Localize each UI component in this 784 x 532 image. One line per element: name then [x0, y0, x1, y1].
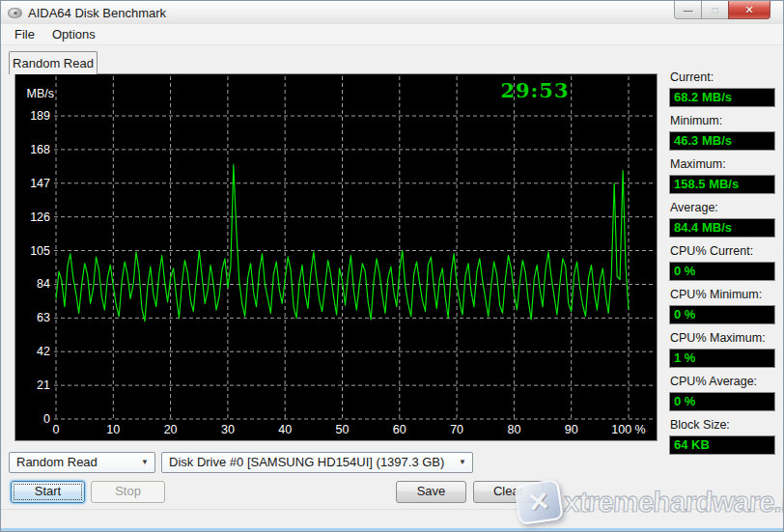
window-bottom-edge — [1, 528, 783, 531]
close-button[interactable]: ✕ — [728, 1, 770, 19]
stat-minimum-value: 46.3 MB/s — [669, 131, 775, 151]
status-bar — [1, 509, 783, 530]
stat-block-size-value: 64 KB — [669, 435, 775, 455]
stat-average-value: 84.4 MB/s — [669, 218, 775, 238]
disk-drive-select[interactable]: Disk Drive #0 [SAMSUNG HD154UI] (1397.3 … — [161, 452, 473, 473]
stat-cpu-maximum-label: CPU% Maximum: — [670, 331, 779, 346]
svg-text:189: 189 — [30, 109, 50, 123]
stat-current-value: 68.2 MB/s — [669, 88, 775, 107]
stat-cpu-minimum: CPU% Minimum: 0 % — [669, 288, 779, 324]
svg-text:0: 0 — [43, 412, 50, 426]
stat-block-size-label: Block Size: — [670, 418, 779, 433]
svg-text:80: 80 — [507, 423, 520, 436]
stat-minimum: Minimum: 46.3 MB/s — [669, 114, 779, 151]
minimize-button[interactable]: — — [674, 1, 702, 19]
stat-cpu-average-value: 0 % — [669, 392, 775, 411]
stat-cpu-minimum-value: 0 % — [669, 305, 775, 324]
menu-options[interactable]: Options — [43, 25, 104, 43]
benchmark-chart: 021426384105126147168189MB/s010203040506… — [15, 74, 657, 440]
disk-app-icon — [8, 8, 22, 18]
disk-drive-value: Disk Drive #0 [SAMSUNG HD154UI] (1397.3 … — [169, 455, 444, 469]
svg-text:70: 70 — [450, 423, 463, 436]
app-window: AIDA64 Disk Benchmark — □ ✕ File Options… — [0, 0, 784, 532]
stats-panel: Current: 68.2 MB/s Minimum: 46.3 MB/s Ma… — [669, 68, 779, 462]
svg-text:63: 63 — [37, 311, 50, 324]
menubar: File Options — [1, 24, 783, 45]
benchmark-type-value: Random Read — [16, 455, 98, 469]
svg-text:42: 42 — [37, 345, 50, 358]
chevron-down-icon: ▼ — [138, 453, 152, 472]
svg-text:60: 60 — [393, 423, 406, 436]
stat-minimum-label: Minimum: — [670, 114, 779, 128]
stat-cpu-minimum-label: CPU% Minimum: — [670, 288, 779, 302]
chevron-down-icon: ▼ — [456, 453, 469, 472]
chart-panel: 021426384105126147168189MB/s010203040506… — [14, 73, 658, 441]
stat-cpu-maximum-value: 1 % — [669, 349, 775, 368]
clear-button[interactable]: Clear — [473, 481, 544, 503]
svg-text:10: 10 — [106, 423, 120, 436]
start-button[interactable]: Start — [11, 481, 85, 503]
save-button[interactable]: Save — [396, 481, 466, 503]
stat-maximum-value: 158.5 MB/s — [669, 175, 775, 194]
titlebar[interactable]: AIDA64 Disk Benchmark — [1, 1, 783, 24]
stat-maximum: Maximum: 158.5 MB/s — [669, 157, 779, 194]
window-title: AIDA64 Disk Benchmark — [28, 6, 166, 20]
stat-cpu-current: CPU% Current: 0 % — [669, 244, 779, 281]
tab-random-read[interactable]: Random Read — [9, 51, 98, 74]
svg-text:0: 0 — [53, 423, 60, 436]
benchmark-type-select[interactable]: Random Read ▼ — [9, 452, 155, 473]
stat-block-size: Block Size: 64 KB — [669, 418, 779, 455]
maximize-button: □ — [702, 1, 728, 19]
stat-cpu-current-value: 0 % — [669, 262, 775, 281]
svg-text:MB/s: MB/s — [27, 87, 54, 100]
stat-cpu-average: CPU% Average: 0 % — [669, 375, 779, 411]
stat-cpu-maximum: CPU% Maximum: 1 % — [669, 331, 779, 368]
svg-text:90: 90 — [565, 423, 578, 436]
svg-text:100 %: 100 % — [611, 423, 645, 436]
stop-button: Stop — [91, 481, 165, 503]
svg-text:105: 105 — [30, 244, 50, 258]
window-controls: — □ ✕ — [674, 1, 770, 19]
svg-text:147: 147 — [30, 177, 50, 190]
svg-text:50: 50 — [336, 423, 350, 436]
stat-maximum-label: Maximum: — [670, 157, 779, 172]
stat-average-label: Average: — [670, 201, 779, 215]
menu-file[interactable]: File — [6, 25, 43, 43]
svg-text:84: 84 — [37, 277, 50, 291]
svg-text:30: 30 — [221, 423, 235, 436]
svg-text:40: 40 — [278, 423, 292, 436]
elapsed-timer: 29:53 — [490, 78, 579, 102]
stat-cpu-current-label: CPU% Current: — [670, 244, 779, 259]
stat-current: Current: 68.2 MB/s — [669, 70, 779, 107]
svg-text:20: 20 — [164, 423, 178, 436]
svg-text:168: 168 — [30, 143, 50, 156]
stat-cpu-average-label: CPU% Average: — [670, 375, 779, 389]
svg-text:126: 126 — [30, 210, 50, 224]
stat-current-label: Current: — [670, 70, 779, 85]
svg-text:21: 21 — [37, 378, 50, 392]
stat-average: Average: 84.4 MB/s — [669, 201, 779, 238]
